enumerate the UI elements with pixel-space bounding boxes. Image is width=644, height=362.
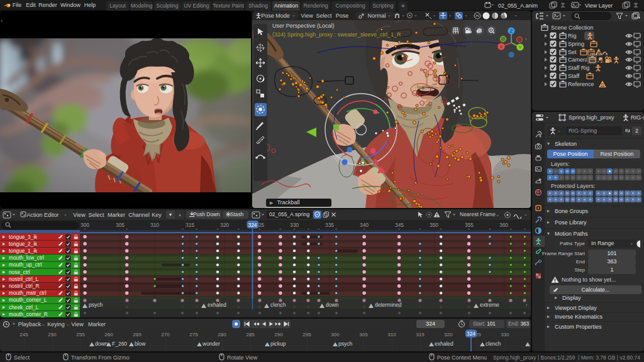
- svg-text:280: 280: [218, 332, 226, 337]
- svg-text:315: 315: [186, 222, 194, 228]
- svg-text:mouth_low_ctrl: mouth_low_ctrl: [9, 255, 44, 261]
- svg-text:psych: psych: [89, 302, 103, 308]
- svg-text:determined: determined: [375, 302, 402, 308]
- svg-text:335: 335: [325, 222, 334, 228]
- svg-text:340: 340: [360, 222, 369, 228]
- svg-text:‹: ‹: [526, 302, 528, 308]
- svg-text:285: 285: [246, 332, 255, 337]
- svg-text:305: 305: [116, 222, 125, 228]
- svg-text:exhaled: exhaled: [435, 341, 453, 347]
- svg-text:245: 245: [19, 332, 28, 337]
- svg-text:mouth_up_ctrl: mouth_up_ctrl: [9, 261, 42, 268]
- svg-text:F_260: F_260: [112, 341, 127, 347]
- svg-text:330: 330: [290, 222, 299, 228]
- svg-text:324: 324: [248, 222, 257, 228]
- svg-text:tongue_2_ik: tongue_2_ik: [9, 241, 38, 247]
- svg-text:psych: psych: [338, 341, 352, 347]
- svg-text:blow: blow: [135, 341, 146, 347]
- svg-text:Z: Z: [510, 28, 513, 34]
- svg-text:320: 320: [220, 222, 229, 228]
- svg-text:310: 310: [150, 222, 159, 228]
- svg-text:tongue_1_ik: tongue_1_ik: [9, 248, 38, 254]
- svg-text:275: 275: [189, 332, 198, 337]
- svg-text:305: 305: [359, 332, 368, 337]
- svg-text:270: 270: [161, 332, 170, 337]
- svg-text:clench: clench: [270, 302, 286, 308]
- svg-text:355: 355: [465, 222, 474, 228]
- svg-text:X: X: [499, 44, 502, 50]
- svg-text:295: 295: [303, 332, 311, 337]
- svg-text:mouth_mstr_ctrl: mouth_mstr_ctrl: [9, 290, 47, 296]
- svg-text:300: 300: [331, 332, 340, 337]
- svg-text:mouth_corner_R: mouth_corner_R: [9, 311, 48, 317]
- svg-text:nose_ctrl: nose_ctrl: [9, 269, 30, 275]
- svg-text:290: 290: [274, 332, 283, 337]
- svg-text:clench: clench: [486, 341, 501, 347]
- svg-text:mouth_corner_L: mouth_corner_L: [9, 297, 47, 303]
- svg-text:320: 320: [444, 332, 453, 337]
- svg-text:nostril_ctrl_R: nostril_ctrl_R: [9, 283, 39, 289]
- svg-text:310: 310: [387, 332, 396, 337]
- svg-text:Y: Y: [518, 45, 521, 50]
- svg-text:extreme: extreme: [480, 302, 499, 308]
- svg-text:pickup: pickup: [270, 341, 286, 347]
- svg-text:jaw_mstr: jaw_mstr: [413, 85, 428, 89]
- svg-text:cheek_ctrl_L: cheek_ctrl_L: [9, 304, 38, 310]
- svg-text:tongue_3_ik: tongue_3_ik: [9, 234, 38, 240]
- svg-text:324: 324: [467, 331, 475, 337]
- svg-text:wonder: wonder: [202, 341, 220, 347]
- svg-text:255: 255: [76, 332, 85, 337]
- svg-text:330: 330: [501, 332, 509, 337]
- svg-text:345: 345: [395, 222, 404, 228]
- svg-text:265: 265: [133, 332, 142, 337]
- svg-text:260: 260: [104, 332, 113, 337]
- svg-text:350: 350: [430, 222, 438, 228]
- svg-text:300: 300: [80, 222, 89, 228]
- svg-text:nostril_ctrl_L: nostril_ctrl_L: [9, 276, 38, 282]
- svg-text:exhaled: exhaled: [208, 302, 226, 308]
- svg-text:250: 250: [48, 332, 57, 337]
- svg-text:down: down: [95, 341, 108, 347]
- svg-text:360: 360: [499, 222, 508, 228]
- svg-text:down: down: [326, 302, 339, 308]
- svg-text:315: 315: [416, 332, 425, 337]
